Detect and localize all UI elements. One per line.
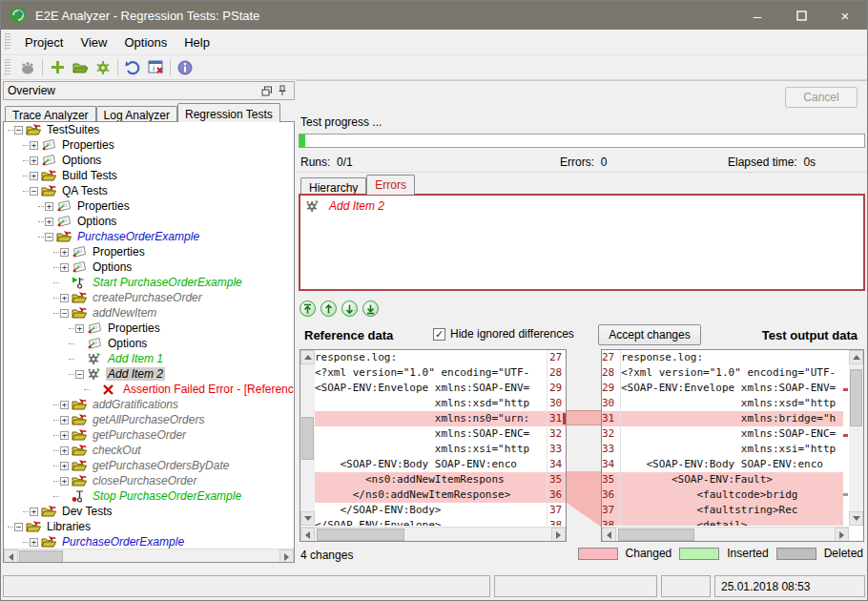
tree-item[interactable]: + Properties <box>4 137 294 153</box>
tree-item[interactable]: Stop PurchaseOrderExample <box>4 488 294 504</box>
tree-item[interactable]: − Libraries <box>4 519 294 534</box>
tab-hierarchy[interactable]: Hierarchy <box>300 177 366 195</box>
diff-line[interactable]: xmlns:SOAP-ENC=32 <box>315 426 566 442</box>
diff-line[interactable]: xmlns:xsi="http33 <box>315 442 566 457</box>
tree-item[interactable]: + Properties <box>4 244 294 259</box>
tree-item[interactable]: + checkOut <box>4 443 294 458</box>
diff-line[interactable]: 32 xmlns:SOAP-ENC= <box>602 426 843 442</box>
tab-log-analyzer[interactable]: Log Analyzer <box>96 106 177 122</box>
scroll-down-icon[interactable] <box>849 511 863 526</box>
tree-item[interactable]: + Options <box>4 153 294 168</box>
collapse-minus-icon[interactable]: − <box>14 126 23 135</box>
info-icon[interactable] <box>174 57 196 78</box>
collapse-minus-icon[interactable]: − <box>30 187 38 196</box>
expand-plus-icon[interactable]: + <box>30 538 38 547</box>
scroll-up-icon[interactable] <box>300 350 315 364</box>
tree-item[interactable]: + Build Tests <box>4 168 294 183</box>
checkbox-checked-icon[interactable]: ✓ <box>433 328 445 341</box>
diff-line[interactable]: <SOAP-ENV:Body SOAP-ENV:enco34 <box>315 457 566 472</box>
menu-help[interactable]: Help <box>176 31 218 53</box>
diff-line[interactable]: 29<SOAP-ENV:Envelope xmlns:SOAP-ENV= <box>602 381 843 396</box>
expand-plus-icon[interactable]: + <box>30 141 38 150</box>
tree-item[interactable]: + Properties <box>4 321 294 336</box>
open-folder-icon[interactable] <box>69 57 92 78</box>
settings-gear-icon[interactable] <box>92 57 114 78</box>
menu-drag-handle[interactable] <box>5 33 10 51</box>
diff-line[interactable]: 30 xmlns:xsd="http <box>602 396 843 411</box>
next-difference-icon[interactable] <box>341 300 358 317</box>
float-panel-icon[interactable] <box>259 84 275 97</box>
tree-item[interactable]: − Add Item 2 <box>4 366 294 382</box>
collapse-minus-icon[interactable]: − <box>45 233 53 241</box>
expand-plus-icon[interactable]: + <box>60 416 69 425</box>
scroll-up-icon[interactable] <box>849 350 863 364</box>
tree-item[interactable]: + Dev Tests <box>4 504 294 519</box>
tree-item[interactable]: + createPurchaseOrder <box>4 290 294 305</box>
diff-line[interactable]: 33 xmlns:xsi="http <box>602 442 843 457</box>
scroll-right-icon[interactable] <box>279 549 294 563</box>
diff-line[interactable]: response.log:27 <box>315 350 566 365</box>
tree-item[interactable]: + closePurchaseOrder <box>4 473 294 488</box>
scrollbar-thumb[interactable] <box>317 528 404 541</box>
report-window-icon[interactable]: i <box>144 57 167 78</box>
diff-line[interactable]: 27response.log: <box>602 350 843 365</box>
diff-line[interactable]: <ns0:addNewItemRespons35 <box>315 472 566 487</box>
cancel-button[interactable]: Cancel <box>785 87 858 108</box>
undo-icon[interactable] <box>121 57 144 78</box>
scroll-right-icon[interactable] <box>551 528 566 542</box>
scroll-left-icon[interactable] <box>602 528 616 542</box>
tree-horizontal-scrollbar[interactable] <box>4 549 294 563</box>
tree-item[interactable]: + getPurchaseOrdersByDate <box>4 458 294 473</box>
collapse-minus-icon[interactable]: − <box>14 523 23 531</box>
tree-item[interactable]: Start PurchaseOrderExample <box>4 275 294 290</box>
toolbar-drag-handle[interactable] <box>5 59 10 76</box>
menu-view[interactable]: View <box>72 31 115 53</box>
scroll-left-icon[interactable] <box>4 549 18 563</box>
scrollbar-thumb[interactable] <box>19 550 63 563</box>
output-vertical-scrollbar[interactable] <box>849 350 863 526</box>
diff-line[interactable]: </ns0:addNewItemResponse>36 <box>315 487 566 503</box>
tree-item[interactable]: + getAllPurchaseOrders <box>4 412 294 427</box>
tree-item[interactable]: − TestSuites <box>4 122 294 137</box>
diff-line[interactable]: 28<?xml version="1.0" encoding="UTF- <box>602 365 843 381</box>
tree-item[interactable]: + addGratifications <box>4 397 294 412</box>
maximize-button[interactable] <box>779 1 823 30</box>
diff-line[interactable]: </SOAP-ENV:Envelope>38 <box>315 518 566 526</box>
diff-line[interactable]: 37 <faultstring>Rec <box>602 503 843 518</box>
expand-plus-icon[interactable]: + <box>60 462 69 470</box>
scroll-down-icon[interactable] <box>300 511 315 526</box>
expand-plus-icon[interactable]: + <box>60 477 69 486</box>
tab-trace-analyzer[interactable]: Trace Analyzer <box>5 106 96 122</box>
diff-line[interactable]: <?xml version="1.0" encoding="UTF-28 <box>315 365 566 381</box>
expand-plus-icon[interactable]: + <box>60 248 69 257</box>
tree-item[interactable]: − PurchaseOrderExample <box>4 229 294 244</box>
expand-plus-icon[interactable]: + <box>75 324 84 333</box>
expand-plus-icon[interactable]: + <box>30 508 38 516</box>
scrollbar-thumb[interactable] <box>301 417 314 460</box>
scroll-right-icon[interactable] <box>835 528 849 542</box>
hide-ignored-checkbox-wrap[interactable]: ✓ Hide ignored differences <box>433 327 574 341</box>
minimize-button[interactable]: – <box>735 1 779 30</box>
expand-plus-icon[interactable]: + <box>30 156 38 165</box>
tree-item[interactable]: + Options <box>4 259 294 275</box>
diff-line[interactable]: 34 <SOAP-ENV:Body SOAP-ENV:enco <box>602 457 843 472</box>
last-difference-icon[interactable] <box>362 300 379 317</box>
expand-plus-icon[interactable]: + <box>60 294 69 302</box>
previous-difference-icon[interactable] <box>320 300 337 317</box>
diff-line[interactable]: <SOAP-ENV:Envelope xmlns:SOAP-ENV=29 <box>315 381 566 396</box>
menu-options[interactable]: Options <box>115 31 176 53</box>
expand-plus-icon[interactable]: + <box>30 172 38 180</box>
diff-line[interactable]: 35 <SOAP-ENV:Fault> <box>602 472 843 487</box>
accept-changes-button[interactable]: Accept changes <box>598 324 701 345</box>
close-button[interactable]: × <box>823 1 867 30</box>
expand-plus-icon[interactable]: + <box>60 401 69 409</box>
scroll-left-icon[interactable] <box>300 528 315 542</box>
tree-item[interactable]: − addNewItem <box>4 305 294 321</box>
expand-plus-icon[interactable]: + <box>60 431 69 440</box>
collapse-minus-icon[interactable]: − <box>75 370 84 379</box>
collapse-minus-icon[interactable]: − <box>60 309 69 318</box>
diff-line[interactable]: xmlns:xsd="http30 <box>315 396 566 411</box>
expand-plus-icon[interactable]: + <box>45 202 53 211</box>
tree-item[interactable]: + getPurchaseOrder <box>4 427 294 443</box>
expand-plus-icon[interactable]: + <box>60 446 69 455</box>
